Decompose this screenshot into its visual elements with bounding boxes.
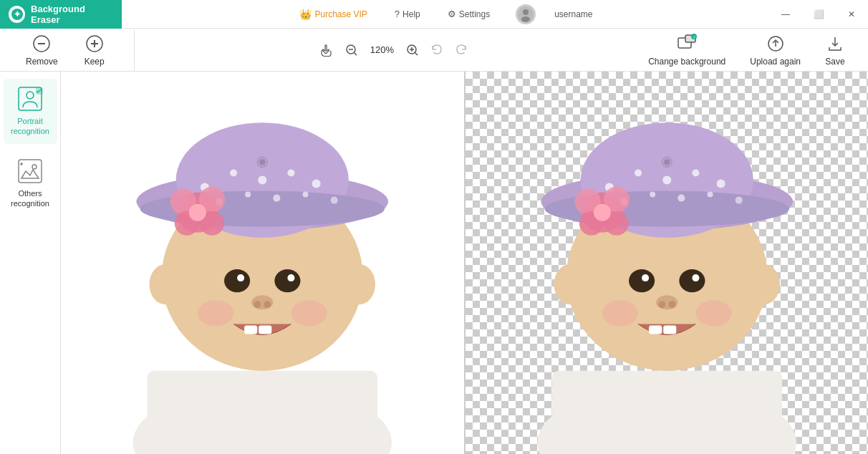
change-bg-icon: ✓ xyxy=(677,34,697,54)
svg-point-50 xyxy=(331,197,338,204)
close-button[interactable]: ✕ xyxy=(835,0,868,29)
svg-point-46 xyxy=(245,192,251,198)
main-area: Portrait recognition Others recognition xyxy=(0,72,868,454)
svg-point-82 xyxy=(662,175,671,184)
result-image-panel[interactable] xyxy=(466,72,869,454)
sidebar-item-portrait[interactable]: Portrait recognition xyxy=(4,79,57,144)
app-logo[interactable]: ✦ Background Eraser xyxy=(0,0,122,29)
svg-point-105 xyxy=(668,301,675,308)
svg-point-62 xyxy=(287,274,294,281)
app-title: Background Eraser xyxy=(31,4,113,25)
svg-point-92 xyxy=(664,159,670,165)
original-image xyxy=(61,72,464,454)
remove-icon xyxy=(32,34,52,54)
crown-icon: 👑 xyxy=(299,9,312,20)
zoom-controls: 120% xyxy=(149,40,640,60)
sidebar: Portrait recognition Others recognition xyxy=(0,72,61,454)
sidebar-item-others[interactable]: Others recognition xyxy=(4,151,57,216)
change-bg-label: Change background xyxy=(648,57,725,67)
svg-rect-33 xyxy=(148,371,377,454)
svg-rect-67 xyxy=(259,325,271,334)
result-image xyxy=(466,72,869,454)
svg-point-48 xyxy=(303,192,309,198)
others-icon xyxy=(17,158,43,184)
save-button[interactable]: Save xyxy=(816,29,854,71)
svg-point-28 xyxy=(32,165,37,169)
svg-point-60 xyxy=(274,269,300,292)
help-icon: ? xyxy=(395,9,400,19)
svg-point-110 xyxy=(554,264,585,304)
undo-button[interactable] xyxy=(427,40,447,60)
upload-again-label: Upload again xyxy=(750,57,801,67)
svg-point-25 xyxy=(26,92,34,99)
svg-point-90 xyxy=(735,197,742,204)
svg-point-83 xyxy=(692,169,699,176)
svg-text:✓: ✓ xyxy=(693,34,696,39)
upload-icon xyxy=(766,34,786,54)
svg-point-4 xyxy=(521,16,530,22)
remove-tool-button[interactable]: Remove xyxy=(14,29,69,71)
portrait-icon xyxy=(17,86,43,112)
svg-point-52 xyxy=(259,159,265,165)
user-avatar xyxy=(516,4,536,24)
redo-button[interactable] xyxy=(451,40,471,60)
svg-point-84 xyxy=(716,179,725,188)
svg-point-108 xyxy=(602,300,637,326)
svg-point-69 xyxy=(291,300,327,326)
svg-point-42 xyxy=(258,175,266,184)
svg-point-64 xyxy=(254,301,261,308)
svg-point-99 xyxy=(629,269,655,292)
title-bar: ✦ Background Eraser 👑 Purchase VIP ? Hel… xyxy=(0,0,868,29)
purchase-vip-button[interactable]: 👑 Purchase VIP xyxy=(292,6,374,23)
purchase-label: Purchase VIP xyxy=(314,9,367,19)
upload-again-button[interactable]: Upload again xyxy=(741,29,809,71)
keep-label: Keep xyxy=(85,57,105,67)
svg-text:✦: ✦ xyxy=(14,9,21,19)
svg-point-70 xyxy=(150,264,181,304)
settings-label: Settings xyxy=(459,9,490,19)
canvas-area xyxy=(61,72,868,454)
zoom-out-button[interactable] xyxy=(342,40,362,60)
settings-button[interactable]: ⚙ Settings xyxy=(440,6,497,22)
original-image-panel[interactable] xyxy=(61,72,464,454)
keep-tool-button[interactable]: Keep xyxy=(69,29,120,71)
svg-point-81 xyxy=(635,169,642,176)
svg-point-43 xyxy=(287,169,294,176)
svg-rect-107 xyxy=(663,325,676,334)
gear-icon: ⚙ xyxy=(448,9,456,19)
help-button[interactable]: ? Help xyxy=(387,6,428,22)
svg-point-65 xyxy=(264,301,271,308)
svg-rect-73 xyxy=(551,371,781,454)
svg-point-47 xyxy=(273,195,280,202)
svg-point-86 xyxy=(650,192,655,198)
svg-point-58 xyxy=(189,204,206,221)
zoom-in-button[interactable] xyxy=(402,40,423,60)
change-background-button[interactable]: ✓ Change background xyxy=(640,29,734,71)
minimize-button[interactable]: — xyxy=(769,0,802,29)
svg-point-109 xyxy=(695,300,731,326)
keep-icon xyxy=(85,34,105,54)
svg-point-44 xyxy=(312,179,321,188)
maximize-button[interactable]: ⬜ xyxy=(802,0,835,29)
toolbar: Remove Keep xyxy=(0,29,868,72)
svg-point-41 xyxy=(230,169,237,176)
svg-point-101 xyxy=(642,274,649,281)
svg-point-111 xyxy=(748,264,779,304)
title-bar-center: 👑 Purchase VIP ? Help ⚙ Settings usernam… xyxy=(292,4,598,24)
svg-point-61 xyxy=(237,274,244,281)
svg-point-71 xyxy=(344,264,375,304)
svg-point-68 xyxy=(198,300,233,326)
svg-point-98 xyxy=(593,204,610,221)
brush-tools: Remove Keep xyxy=(14,29,135,71)
svg-line-12 xyxy=(354,52,357,55)
portrait-label: Portrait recognition xyxy=(9,116,52,137)
svg-point-104 xyxy=(658,301,665,308)
svg-line-16 xyxy=(415,52,418,55)
pan-tool-button[interactable] xyxy=(317,40,337,60)
toolbar-right-actions: ✓ Change background Upload again xyxy=(640,29,854,71)
svg-rect-106 xyxy=(649,325,662,334)
save-icon xyxy=(825,34,845,54)
others-label: Others recognition xyxy=(9,188,52,209)
remove-label: Remove xyxy=(26,57,58,67)
svg-point-3 xyxy=(523,9,529,15)
